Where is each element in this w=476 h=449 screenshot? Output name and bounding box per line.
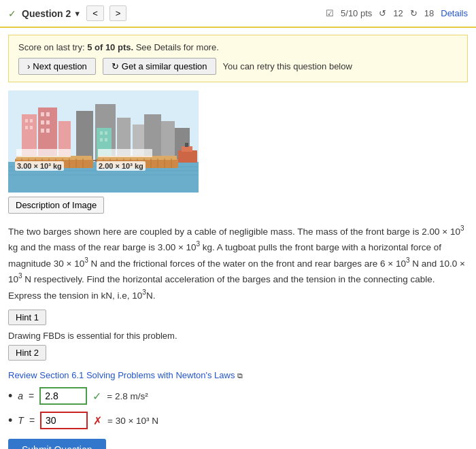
hint1-text: Drawing FBDs is essential for this probl…: [8, 331, 468, 341]
attempts-icon: ↺: [379, 8, 386, 18]
equals-T: =: [29, 415, 35, 426]
header-left: ✓ Question 2 ▼ < >: [8, 5, 126, 21]
page-header: ✓ Question 2 ▼ < > ☑ 5/10 pts ↺ 12 ↻ 18 …: [0, 0, 476, 28]
review-link: Review Section 6.1 Solving Problems with…: [8, 370, 468, 380]
svg-rect-18: [30, 126, 33, 129]
attempts-count: 12: [393, 8, 403, 18]
T-unit: = 30 × 10³ N: [107, 416, 158, 426]
bullet-T: •: [8, 414, 12, 428]
retry-text: You can retry this question below: [223, 61, 352, 71]
barge1-label: 3.00 × 10³ kg: [15, 161, 64, 171]
city-svg: [8, 90, 199, 193]
image-area: 3.00 × 10³ kg 2.00 × 10³ kg Description …: [8, 90, 468, 218]
action-buttons: › Next question ↻ Get a similar question…: [18, 58, 458, 75]
review-anchor[interactable]: Review Section 6.1 Solving Problems with…: [8, 370, 235, 380]
similar-question-button[interactable]: ↻ Get a similar question: [103, 58, 216, 75]
submit-area: Submit Question: [8, 439, 468, 449]
refreshes-count: 18: [424, 8, 434, 18]
similar-icon: ↻: [112, 61, 119, 71]
hint1-button[interactable]: Hint 1: [8, 310, 46, 325]
answer-row-T: • T = ✗ = 30 × 10³ N: [8, 412, 468, 429]
svg-rect-26: [100, 131, 103, 135]
svg-rect-22: [46, 120, 50, 124]
score-icon: ☑: [326, 8, 334, 18]
question-label: Question 2: [22, 8, 71, 19]
next-icon: ›: [27, 61, 30, 71]
description-button[interactable]: Description of Image: [8, 197, 104, 214]
nav-next-button[interactable]: >: [109, 5, 127, 21]
incorrect-icon-T: ✗: [93, 414, 102, 427]
dropdown-icon[interactable]: ▼: [73, 10, 81, 18]
svg-rect-56: [182, 146, 192, 152]
barge2-label: 2.00 × 10³ kg: [97, 161, 146, 171]
svg-rect-28: [100, 138, 103, 142]
svg-rect-21: [41, 120, 44, 124]
checkmark-icon: ✓: [8, 8, 16, 19]
svg-rect-27: [105, 131, 107, 135]
nav-prev-button[interactable]: <: [86, 5, 104, 21]
hint2-button[interactable]: Hint 2: [8, 345, 46, 361]
equals-a: =: [29, 390, 34, 401]
problem-text: The two barges shown here are coupled by…: [8, 223, 468, 303]
bullet-a: •: [8, 389, 12, 403]
external-link-icon: ⧉: [237, 371, 243, 380]
score-text: 5/10 pts: [341, 8, 372, 18]
a-variable: a: [18, 390, 23, 401]
header-right: ☑ 5/10 pts ↺ 12 ↻ 18 Details: [326, 8, 468, 18]
answer-row-a: • a = ✓ = 2.8 m/s²: [8, 387, 468, 405]
svg-rect-20: [46, 112, 50, 116]
score-message: Score on last try: 5 of 10 pts. See Deta…: [18, 42, 458, 52]
svg-rect-17: [25, 126, 28, 129]
question-selector: Question 2 ▼: [22, 8, 81, 19]
svg-rect-55: [178, 150, 197, 163]
answers: • a = ✓ = 2.8 m/s² • T = ✗ = 30 × 10³ N: [8, 387, 468, 429]
refresh-icon: ↻: [410, 8, 418, 18]
next-question-label: Next question: [33, 61, 87, 71]
hint-area: Hint 1 Drawing FBDs is essential for thi…: [8, 310, 468, 363]
submit-button[interactable]: Submit Question: [8, 439, 106, 449]
svg-rect-5: [76, 111, 93, 162]
svg-rect-24: [46, 129, 50, 133]
next-question-button[interactable]: › Next question: [18, 58, 96, 75]
svg-rect-23: [41, 129, 44, 133]
T-variable: T: [18, 415, 24, 426]
svg-rect-60: [98, 149, 152, 157]
city-illustration: 3.00 × 10³ kg 2.00 × 10³ kg: [8, 90, 199, 193]
T-input[interactable]: [40, 412, 88, 429]
a-unit: = 2.8 m/s²: [107, 391, 148, 401]
svg-rect-16: [30, 119, 33, 122]
svg-rect-19: [41, 112, 44, 116]
svg-rect-15: [25, 119, 28, 122]
details-link[interactable]: Details: [441, 8, 468, 18]
correct-icon-a: ✓: [92, 390, 101, 403]
similar-question-label: Get a similar question: [122, 61, 207, 71]
score-banner: Score on last try: 5 of 10 pts. See Deta…: [8, 35, 468, 82]
svg-rect-59: [16, 149, 71, 157]
a-input[interactable]: [39, 387, 87, 405]
score-suffix: See Details for more.: [133, 42, 219, 52]
svg-rect-29: [105, 138, 107, 142]
score-prefix: Score on last try:: [18, 42, 87, 52]
score-value: 5 of 10 pts.: [87, 42, 133, 52]
svg-rect-57: [185, 143, 188, 147]
